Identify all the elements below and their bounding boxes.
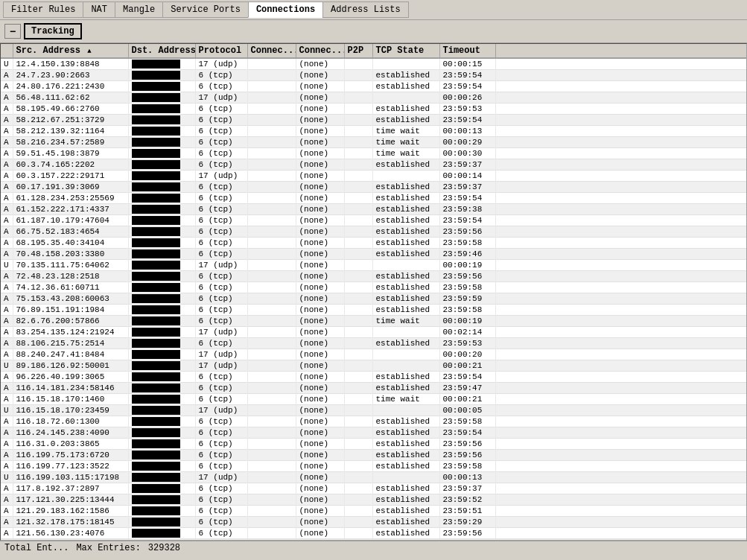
table-cell: time wait xyxy=(372,148,439,159)
table-cell xyxy=(247,215,296,226)
table-cell: 00:00:19 xyxy=(439,316,495,327)
table-row[interactable]: A59.51.45.198:3879116.17.6 (tcp)(none)ti… xyxy=(1,148,746,159)
table-row[interactable]: A116.199.75.173:6720116.17.6 (tcp)(none)… xyxy=(1,450,746,461)
table-row[interactable]: A24.80.176.221:2430116.17.6 (tcp)(none)e… xyxy=(1,81,746,92)
table-cell: 59.51.45.198:3879 xyxy=(13,148,128,159)
table-row[interactable]: A116.199.77.123:3522116.17.6 (tcp)(none)… xyxy=(1,461,746,472)
tab-filter-rules[interactable]: Filter Rules xyxy=(3,1,83,18)
table-cell: 116.17. xyxy=(128,215,195,226)
table-row[interactable]: A117.121.30.225:13444116.17.6 (tcp)(none… xyxy=(1,494,746,506)
col-header-connec1[interactable]: Connec... xyxy=(247,44,296,58)
table-row[interactable]: A58.212.139.32:1164116.17.6 (tcp)(none)t… xyxy=(1,126,746,137)
table-body: U12.4.150.139:8848116.17.17 (udp)(none)0… xyxy=(1,58,746,541)
table-row[interactable]: A61.152.222.171:4337116.17.6 (tcp)(none)… xyxy=(1,204,746,215)
table-row[interactable]: A74.12.36.61:60711116.17.6 (tcp)(none)es… xyxy=(1,282,746,293)
table-row[interactable]: A121.56.130.23:4076116.17.6 (tcp)(none)e… xyxy=(1,528,746,539)
col-header-src[interactable]: Src. Address ▲ xyxy=(13,44,128,58)
table-cell: 117.121.30.225:13444 xyxy=(13,494,128,506)
table-cell: 6 (tcp) xyxy=(195,461,247,472)
table-cell: 23:59:29 xyxy=(439,517,495,528)
table-cell: established xyxy=(372,517,439,528)
table-row[interactable]: A96.226.40.199:3065116.17.6 (tcp)(none)e… xyxy=(1,372,746,383)
table-row[interactable]: A61.128.234.253:25569116.17.6 (tcp)(none… xyxy=(1,193,746,204)
table-row[interactable]: A121.29.183.162:1586116.17.6 (tcp)(none)… xyxy=(1,506,746,517)
table-row[interactable]: A56.48.111.62:62116.17.17 (udp)(none)00:… xyxy=(1,92,746,104)
table-row[interactable]: A60.3.74.165:2202116.17.6 (tcp)(none)est… xyxy=(1,159,746,171)
col-header-connec2[interactable]: Connec... xyxy=(296,44,344,58)
table-cell: (none) xyxy=(296,293,344,305)
col-header-timeout[interactable]: Timeout xyxy=(439,44,495,58)
table-row[interactable]: A68.195.35.40:34104116.17.6 (tcp)(none)e… xyxy=(1,238,746,249)
table-row[interactable]: A58.212.67.251:3729116.17.6 (tcp)(none)e… xyxy=(1,115,746,126)
table-cell: 6 (tcp) xyxy=(195,282,247,293)
table-row[interactable]: A116.14.181.234:58146116.17.6 (tcp)(none… xyxy=(1,383,746,394)
table-cell xyxy=(247,204,296,215)
table-row[interactable]: A61.187.10.179:47604116.17.6 (tcp)(none)… xyxy=(1,215,746,226)
table-row[interactable]: A24.7.23.90:2663116.17.6 (tcp)(none)esta… xyxy=(1,70,746,81)
table-cell xyxy=(344,483,372,494)
table-row[interactable]: A66.75.52.183:4654116.17.6 (tcp)(none)es… xyxy=(1,226,746,238)
table-cell: established xyxy=(372,506,439,517)
table-cell: established xyxy=(372,539,439,541)
table-cell: 58.212.139.32:1164 xyxy=(13,126,128,137)
table-cell: 116.17. xyxy=(128,327,195,338)
table-cell xyxy=(495,372,746,383)
table-cell xyxy=(495,360,746,372)
table-cell xyxy=(247,439,296,450)
col-header-flag[interactable] xyxy=(1,44,13,58)
tab-connections[interactable]: Connections xyxy=(248,1,322,18)
table-cell: 6 (tcp) xyxy=(195,494,247,506)
table-cell xyxy=(344,372,372,383)
table-row[interactable]: A116.15.18.170:1460116.17.6 (tcp)(none)t… xyxy=(1,394,746,405)
table-cell: 6 (tcp) xyxy=(195,159,247,171)
minus-button[interactable]: − xyxy=(4,24,21,39)
table-row[interactable]: A116.24.145.238:4090116.17.6 (tcp)(none)… xyxy=(1,427,746,439)
table-cell: 116.31.0.203:3865 xyxy=(13,439,128,450)
table-row[interactable]: A72.48.23.128:2518116.17.6 (tcp)(none)es… xyxy=(1,271,746,282)
table-cell: 116.17. xyxy=(128,517,195,528)
table-row[interactable]: A121.32.178.175:18145116.17.6 (tcp)(none… xyxy=(1,517,746,528)
table-row[interactable]: U116.199.103.115:17198116.17.17 (udp)(no… xyxy=(1,472,746,483)
table-row[interactable]: A70.48.158.203:3380116.17.6 (tcp)(none)e… xyxy=(1,249,746,260)
table-row[interactable]: A60.3.157.222:29171116.17.17 (udp)(none)… xyxy=(1,171,746,182)
table-row[interactable]: U70.135.111.75:64062116.17.17 (udp)(none… xyxy=(1,260,746,271)
table-row[interactable]: A60.17.191.39:3069116.17.6 (tcp)(none)es… xyxy=(1,182,746,193)
table-row[interactable]: A121.61.244.219:12685116.17.6 (tcp)(none… xyxy=(1,539,746,541)
table-cell: 6 (tcp) xyxy=(195,70,247,81)
table-row[interactable]: U12.4.150.139:8848116.17.17 (udp)(none)0… xyxy=(1,58,746,70)
table-row[interactable]: U89.186.126.92:50001116.17.17 (udp)(none… xyxy=(1,360,746,372)
col-header-dst[interactable]: Dst. Address xyxy=(128,44,195,58)
table-cell xyxy=(247,148,296,159)
table-cell xyxy=(344,416,372,427)
table-row[interactable]: U116.15.18.170:23459116.17.17 (udp)(none… xyxy=(1,405,746,416)
table-row[interactable]: A82.6.76.200:57866116.17.6 (tcp)(none)ti… xyxy=(1,316,746,327)
table-cell xyxy=(495,204,746,215)
table-cell: (none) xyxy=(296,383,344,394)
tab-address-lists[interactable]: Address Lists xyxy=(322,1,409,18)
table-row[interactable]: A75.153.43.208:60063116.17.6 (tcp)(none)… xyxy=(1,293,746,305)
table-row[interactable]: A116.18.72.60:1300116.17.6 (tcp)(none)es… xyxy=(1,416,746,427)
col-header-protocol[interactable]: Protocol xyxy=(195,44,247,58)
table-cell: (none) xyxy=(296,360,344,372)
table-cell xyxy=(344,528,372,539)
table-cell: 116.17. xyxy=(128,338,195,349)
col-header-tcpstate[interactable]: TCP State xyxy=(372,44,439,58)
table-row[interactable]: A116.31.0.203:3865116.17.6 (tcp)(none)es… xyxy=(1,439,746,450)
tab-service-ports[interactable]: Service Ports xyxy=(162,1,248,18)
tab-mangle[interactable]: Mangle xyxy=(115,1,162,18)
table-cell xyxy=(495,494,746,506)
max-entries-value: 329328 xyxy=(148,543,180,553)
table-cell: A xyxy=(1,104,13,115)
table-row[interactable]: A117.8.192.37:2897116.17.6 (tcp)(none)es… xyxy=(1,483,746,494)
col-header-p2p[interactable]: P2P xyxy=(344,44,372,58)
table-row[interactable]: A58.216.234.57:2589116.17.6 (tcp)(none)t… xyxy=(1,137,746,148)
table-row[interactable]: A76.89.151.191:1984116.17.6 (tcp)(none)e… xyxy=(1,305,746,316)
table-row[interactable]: A58.195.49.66:2760116.17.6 (tcp)(none)es… xyxy=(1,104,746,115)
table-row[interactable]: A88.240.247.41:8484116.17.17 (udp)(none)… xyxy=(1,349,746,360)
tracking-button[interactable]: Tracking xyxy=(24,23,82,39)
tab-nat[interactable]: NAT xyxy=(83,1,115,18)
table-row[interactable]: A83.254.135.124:21924116.17.17 (udp)(non… xyxy=(1,327,746,338)
table-cell xyxy=(344,81,372,92)
table-row[interactable]: A88.106.215.75:2514116.17.6 (tcp)(none)e… xyxy=(1,338,746,349)
connections-table-container[interactable]: Src. Address ▲ Dst. Address Protocol Con… xyxy=(0,43,747,541)
